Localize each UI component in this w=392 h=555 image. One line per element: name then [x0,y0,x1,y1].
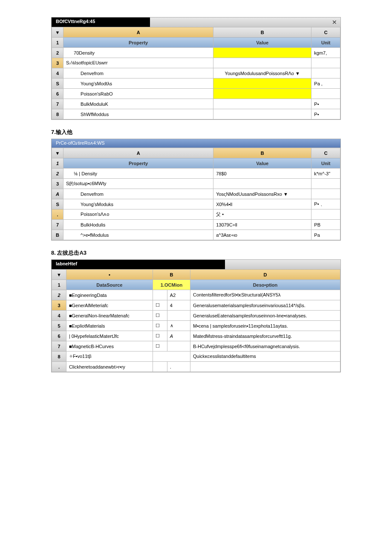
row-num[interactable]: 1 [52,280,66,290]
location-cell[interactable]: A [167,331,190,341]
col-a-header[interactable]: A [63,27,213,38]
property-cell[interactable]: Young'sModuks [63,199,213,209]
row-num[interactable]: 6 [52,89,63,99]
property-cell[interactable]: S的Isotωp•c6MWty [63,179,213,189]
property-cell[interactable]: ShWfModdus [63,109,213,119]
value-cell[interactable]: a^3Asε÷ιo [213,230,311,240]
checkbox-cell[interactable]: ☐ [153,321,167,331]
col-c-header[interactable]: C [311,148,340,158]
row-num[interactable]: S [52,78,63,89]
unit-cell[interactable]: P• 、 [311,199,340,209]
datasource-cell[interactable]: ■MagneticB-HCurves [66,341,153,352]
row-num[interactable]: 2 [52,169,63,179]
unit-cell[interactable]: Pa , [311,78,340,89]
row-num[interactable]: 1 [52,38,63,48]
checkbox-cell[interactable]: ☐ [153,331,167,341]
unit-cell[interactable] [311,179,340,189]
property-cell[interactable]: Poisson'sRabO [63,89,213,99]
row-num[interactable]: 1 [52,158,63,169]
checkbox-cell[interactable]: ☐ [153,311,167,321]
datasource-cell[interactable]: ■GeneralNon-linearMatenafc [66,311,153,321]
col-b-header[interactable]: B [213,27,311,38]
unit-cell[interactable] [311,58,340,68]
value-cell[interactable] [213,78,311,89]
row-num[interactable]: 7 [52,220,63,230]
property-cell[interactable]: S₇⅛IsotfopicEUswrr [63,58,213,68]
row-num[interactable]: . [52,362,66,372]
row-num[interactable]: 4 [52,68,63,78]
property-cell[interactable]: BulkModuluK [63,99,213,109]
checkbox-cell[interactable]: ☐ [153,341,167,352]
value-cell[interactable] [213,48,311,58]
col-a-header[interactable]: A [63,148,213,158]
property-cell[interactable]: BulkHodulis [63,220,213,230]
add-new-cell[interactable]: Clickheretoaddanewbt>r•ry [66,362,153,372]
value-cell[interactable] [213,99,311,109]
col-a-header[interactable]: • [66,270,153,280]
datasource-cell[interactable]: | 0HypefelasticMatertJfc [66,331,153,341]
location-cell[interactable]: 4 [167,300,190,311]
value-cell[interactable]: 父 • [213,209,311,220]
checkbox-cell[interactable] [153,362,167,372]
row-num[interactable]: 3 [52,300,66,311]
unit-cell[interactable]: P• [311,99,340,109]
row-num[interactable]: 8 [52,109,63,119]
value-cell[interactable]: X0%4•ll [213,199,311,209]
dropdown-icon[interactable]: ▼ [52,27,63,38]
property-cell[interactable]: Poisson'sΛᴧo [63,209,213,220]
property-cell[interactable]: ^>e•fModulus [63,230,213,240]
row-num[interactable]: B [52,230,63,240]
row-num[interactable]: . [52,209,63,220]
row-num[interactable]: 7 [52,341,66,352]
datasource-cell[interactable]: ■EngineeringData [66,290,153,300]
location-cell[interactable] [167,311,190,321]
unit-cell[interactable]: Pa [311,230,340,240]
col-c-header[interactable]: C [311,27,340,38]
value-cell[interactable] [213,58,311,68]
property-cell[interactable]: Denvefrom [63,189,213,199]
value-cell[interactable] [213,179,311,189]
datasource-cell[interactable]: ✧F•vo11tβ [66,352,153,362]
value-cell[interactable]: YoungsModulusandPoissonsRΛo ▼ [213,68,311,78]
row-num[interactable]: 5 [52,321,66,331]
datasource-cell[interactable]: ■ExpliotMaterials [66,321,153,331]
checkbox-cell[interactable] [153,290,167,300]
row-num[interactable]: 7 [52,99,63,109]
location-cell[interactable]: A2 [167,290,190,300]
unit-cell[interactable]: kgm7, [311,48,340,58]
value-cell[interactable]: 13079C÷ll [213,220,311,230]
property-cell[interactable]: Young'sModtλs [63,78,213,89]
row-num[interactable]: 2 [52,48,63,58]
unit-cell[interactable]: k*m^-3" [311,169,340,179]
datasource-cell[interactable]: ■GenerAlMeteriafc [66,300,153,311]
row-num[interactable]: 3 [52,179,63,189]
row-num[interactable]: 3 [52,58,63,68]
row-num[interactable]: 8 [52,352,66,362]
row-num[interactable]: 2 [52,290,66,300]
value-cell[interactable] [213,109,311,119]
property-cell[interactable]: 70Density [63,48,213,58]
row-num[interactable]: 4 [52,311,66,321]
checkbox-cell[interactable]: ☐ [153,300,167,311]
location-cell[interactable] [167,341,190,352]
close-icon[interactable]: ✕ [332,19,337,26]
unit-cell[interactable] [311,89,340,99]
value-cell[interactable]: 78$0 [213,169,311,179]
location-cell[interactable] [153,352,190,362]
property-cell[interactable]: ⅛ | Density [63,169,213,179]
property-cell[interactable]: Denvefrom [63,68,213,78]
unit-cell[interactable] [311,68,340,78]
col-b-header[interactable]: B [153,270,190,280]
col-d-header[interactable]: D [190,270,340,280]
unit-cell[interactable] [311,209,340,220]
col-b-header[interactable]: B [213,148,311,158]
dropdown-icon[interactable]: ▼ [52,148,63,158]
value-cell[interactable]: YosςNModUusandPoissonsRxo ▼ [213,189,311,199]
location-cell[interactable]: ∧ [167,321,190,331]
value-cell[interactable] [213,89,311,99]
row-num[interactable]: S [52,199,63,209]
unit-cell[interactable]: P• [311,109,340,119]
unit-cell[interactable] [311,189,340,199]
location-cell[interactable]: . [167,362,190,372]
dropdown-icon[interactable]: ▼ [52,270,66,280]
